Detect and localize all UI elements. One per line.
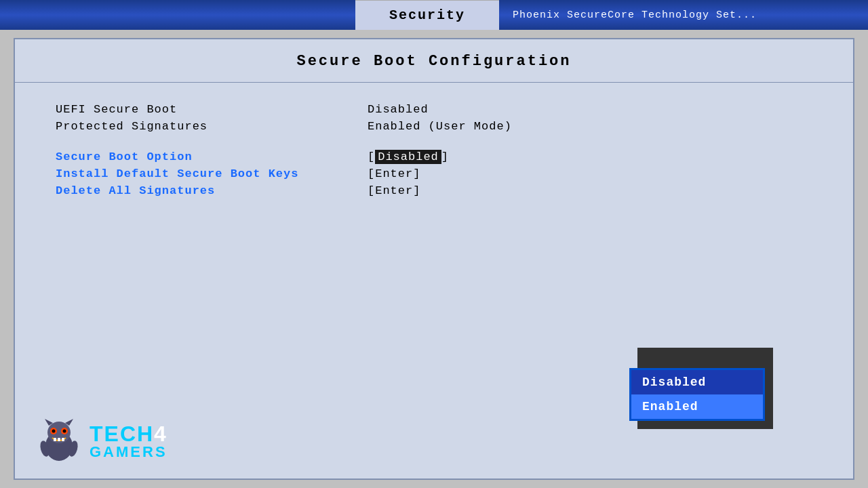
setting-row-delete-signatures[interactable]: Delete All Signatures [Enter] — [56, 184, 812, 197]
top-bar-left — [0, 0, 355, 30]
setting-row-protected-signatures: Protected Signatures Enabled (User Mode) — [56, 120, 812, 133]
svg-point-4 — [52, 430, 56, 433]
main-content-panel: Secure Boot Configuration UEFI Secure Bo… — [14, 38, 854, 480]
dropdown-option-disabled[interactable]: Disabled — [631, 370, 763, 394]
security-tab[interactable]: Security — [355, 0, 499, 30]
logo-area: TECH 4 GAMERS — [35, 418, 167, 465]
dropdown-popup[interactable]: Disabled Enabled — [629, 368, 765, 421]
setting-row-install-default-keys[interactable]: Install Default Secure Boot Keys [Enter] — [56, 167, 812, 180]
protected-signatures-value: Enabled (User Mode) — [368, 120, 512, 133]
uefi-secure-boot-label: UEFI Secure Boot — [56, 103, 368, 116]
uefi-secure-boot-value: Disabled — [368, 103, 429, 116]
secure-boot-option-value[interactable]: [Disabled] — [368, 150, 449, 163]
logo-tech-label: TECH — [90, 423, 154, 445]
install-default-keys-value: [Enter] — [368, 167, 420, 180]
svg-rect-8 — [54, 438, 56, 441]
setting-row-secure-boot-option[interactable]: Secure Boot Option [Disabled] — [56, 150, 812, 163]
dropdown-option-disabled-label: Disabled — [642, 375, 706, 389]
logo-text: TECH 4 GAMERS — [90, 423, 167, 460]
section-title: Secure Boot Configuration — [15, 39, 853, 83]
delete-signatures-value: [Enter] — [368, 184, 420, 197]
install-default-keys-label: Install Default Secure Boot Keys — [56, 167, 368, 180]
logo-number-label: 4 — [154, 423, 167, 445]
svg-point-5 — [63, 430, 66, 433]
logo-gamers-label: GAMERS — [90, 445, 167, 460]
logo-mascot-icon — [35, 418, 83, 465]
svg-rect-9 — [58, 438, 60, 441]
setting-row-uefi-secure-boot: UEFI Secure Boot Disabled — [56, 103, 812, 116]
protected-signatures-label: Protected Signatures — [56, 120, 368, 133]
svg-rect-10 — [62, 438, 64, 441]
dropdown-option-enabled[interactable]: Enabled — [631, 394, 763, 419]
secure-boot-option-label: Secure Boot Option — [56, 150, 368, 163]
dropdown-option-enabled-label: Enabled — [642, 400, 698, 413]
delete-signatures-label: Delete All Signatures — [56, 184, 368, 197]
settings-area: UEFI Secure Boot Disabled Protected Sign… — [15, 83, 853, 222]
top-navigation-bar: Security Phoenix SecureCore Technology S… — [0, 0, 868, 30]
top-bar-brand: Phoenix SecureCore Technology Set... — [499, 0, 868, 30]
brand-text: Phoenix SecureCore Technology Set... — [513, 9, 757, 21]
security-tab-label: Security — [389, 7, 465, 23]
secure-boot-option-selected: Disabled — [375, 150, 441, 164]
